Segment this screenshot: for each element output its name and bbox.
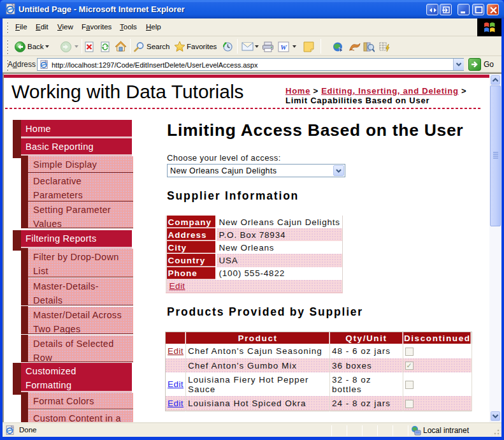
svg-text:W: W [280,43,287,51]
